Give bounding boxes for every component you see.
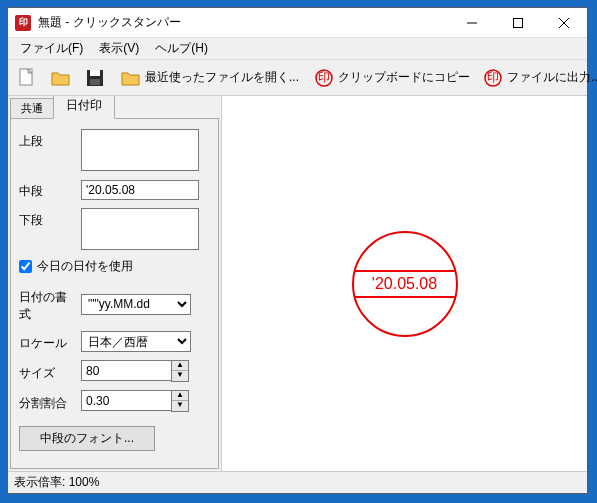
mid-font-button[interactable]: 中段のフォント... bbox=[19, 426, 155, 451]
menu-help[interactable]: ヘルプ(H) bbox=[147, 38, 216, 59]
use-today-checkbox[interactable]: 今日の日付を使用 bbox=[19, 258, 210, 275]
mid-row-label: 中段 bbox=[19, 179, 75, 200]
format-label: 日付の書式 bbox=[19, 285, 75, 323]
app-window: 印 無題 - クリックスタンパー ファイル(F) 表示(V) ヘルプ(H) 最近… bbox=[7, 7, 588, 494]
stamp-mid: '20.05.08 bbox=[354, 270, 456, 298]
stamp-preview: '20.05.08 bbox=[352, 231, 458, 337]
statusbar: 表示倍率: 100% bbox=[8, 471, 587, 493]
recent-label: 最近使ったファイルを開く... bbox=[145, 69, 299, 86]
save-button[interactable] bbox=[79, 63, 111, 93]
open-button[interactable] bbox=[45, 63, 77, 93]
settings-panel: 共通 日付印 上段 中段 下段 今日の日付を使用 bbox=[8, 96, 221, 471]
window-title: 無題 - クリックスタンパー bbox=[38, 14, 449, 31]
maximize-button[interactable] bbox=[495, 8, 541, 38]
clipboard-label: クリップボードにコピー bbox=[338, 69, 470, 86]
svg-rect-8 bbox=[90, 79, 100, 85]
output-file-button[interactable]: 印 ファイルに出力... bbox=[477, 63, 597, 93]
titlebar: 印 無題 - クリックスタンパー bbox=[8, 8, 587, 38]
tab-strip: 共通 日付印 bbox=[8, 96, 221, 118]
stamp-top bbox=[354, 233, 456, 270]
size-down[interactable]: ▼ bbox=[172, 371, 188, 381]
bot-text-input[interactable] bbox=[81, 208, 199, 250]
svg-rect-1 bbox=[514, 18, 523, 27]
top-row-label: 上段 bbox=[19, 129, 75, 150]
stamp-icon: 印 bbox=[313, 67, 335, 89]
save-disk-icon bbox=[84, 67, 106, 89]
ratio-input[interactable] bbox=[81, 390, 171, 411]
content-area: 共通 日付印 上段 中段 下段 今日の日付を使用 bbox=[8, 96, 587, 471]
tab-common[interactable]: 共通 bbox=[10, 98, 54, 118]
preview-area: '20.05.08 bbox=[221, 96, 587, 471]
menubar: ファイル(F) 表示(V) ヘルプ(H) bbox=[8, 38, 587, 60]
mid-text-input[interactable] bbox=[81, 180, 199, 200]
toolbar: 最近使ったファイルを開く... 印 クリップボードにコピー 印 ファイルに出力.… bbox=[8, 60, 587, 96]
locale-label: ロケール bbox=[19, 331, 75, 352]
ratio-down[interactable]: ▼ bbox=[172, 401, 188, 411]
date-format-select[interactable]: "'"yy.MM.dd bbox=[81, 294, 191, 315]
minimize-button[interactable] bbox=[449, 8, 495, 38]
size-input[interactable] bbox=[81, 360, 171, 381]
size-label: サイズ bbox=[19, 361, 75, 382]
recent-files-button[interactable]: 最近使ったファイルを開く... bbox=[115, 63, 304, 93]
new-button[interactable] bbox=[11, 63, 43, 93]
open-folder-icon bbox=[50, 67, 72, 89]
svg-rect-7 bbox=[90, 70, 100, 76]
zoom-status: 表示倍率: 100% bbox=[14, 474, 99, 491]
open-folder-icon bbox=[120, 67, 142, 89]
top-text-input[interactable] bbox=[81, 129, 199, 171]
output-label: ファイルに出力... bbox=[507, 69, 597, 86]
size-stepper[interactable]: ▲▼ bbox=[81, 360, 189, 382]
menu-view[interactable]: 表示(V) bbox=[91, 38, 147, 59]
svg-text:印: 印 bbox=[487, 70, 499, 84]
ratio-stepper[interactable]: ▲▼ bbox=[81, 390, 189, 412]
tab-datestamp[interactable]: 日付印 bbox=[53, 96, 115, 119]
stamp-icon: 印 bbox=[482, 67, 504, 89]
bot-row-label: 下段 bbox=[19, 208, 75, 229]
menu-file[interactable]: ファイル(F) bbox=[12, 38, 91, 59]
stamp-bot bbox=[354, 298, 456, 335]
clipboard-button[interactable]: 印 クリップボードにコピー bbox=[308, 63, 475, 93]
close-button[interactable] bbox=[541, 8, 587, 38]
use-today-box[interactable] bbox=[19, 260, 32, 273]
app-icon: 印 bbox=[15, 15, 31, 31]
tab-content: 上段 中段 下段 今日の日付を使用 日付の書式 bbox=[10, 118, 219, 469]
new-file-icon bbox=[16, 67, 38, 89]
locale-select[interactable]: 日本／西暦 bbox=[81, 331, 191, 352]
use-today-label: 今日の日付を使用 bbox=[37, 258, 133, 275]
svg-text:印: 印 bbox=[318, 70, 330, 84]
ratio-label: 分割割合 bbox=[19, 391, 75, 412]
